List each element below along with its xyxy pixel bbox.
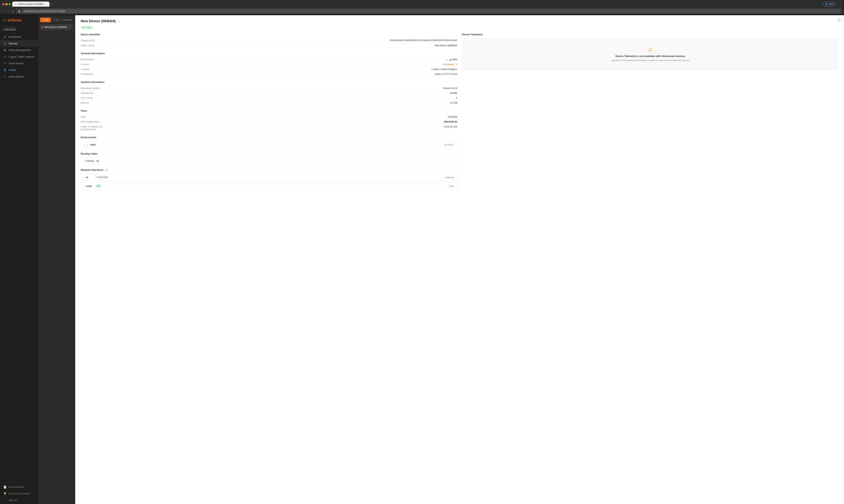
- prefixes-collapsible[interactable]: ▾ Prefixes (4): [81, 158, 458, 165]
- tab-close-icon[interactable]: ×: [45, 3, 47, 5]
- sidebar-item-label: Sign Out: [8, 499, 35, 502]
- device-list-item-label: New Device (084bb4): [44, 26, 67, 29]
- sidebar-item-policy-management[interactable]: ◉ Policy Management ›: [0, 47, 38, 53]
- sidebar: ⊙ enforza NAVIGATION // DEVICES ⊞ Dashbo…: [0, 15, 38, 504]
- asn-org-label: ASN Organisation: [81, 121, 112, 123]
- sidebar-item-signout[interactable]: → Sign Out: [0, 497, 38, 504]
- device-list-header: + Add ≡ List ↻ Refresh: [40, 18, 73, 22]
- logo-icon: ⊙: [3, 18, 6, 22]
- address-bar-input[interactable]: [22, 9, 840, 13]
- info-row-cpu: CPU Count 2: [81, 96, 458, 101]
- sidebar-item-label: Claim Device: [8, 62, 35, 65]
- prefixes-count: (4): [96, 160, 99, 162]
- nav-breadcrumb: NAVIGATION // DEVICES: [0, 25, 38, 33]
- interface-lo[interactable]: ▾ lo UNKNOWN loopback: [81, 174, 458, 181]
- telemetry-header: Device Telemetry: [462, 33, 839, 36]
- more-options-button[interactable]: ⋮: [839, 2, 842, 6]
- sidebar-item-claim-device[interactable]: ✦ Claim Device: [0, 60, 38, 67]
- ideas-icon: 💡: [3, 492, 7, 495]
- sidebar-item-label: Profile: [8, 69, 35, 71]
- tab-favicon: ⊙: [15, 3, 17, 5]
- back-button[interactable]: ←: [2, 10, 5, 13]
- info-row-fingerprint: Fingerprint ID 084bb467ba9f671a5dd364087…: [81, 38, 458, 43]
- guest-button[interactable]: 👤 Guest: [823, 2, 837, 6]
- device-body: Device Identifier Fingerprint ID 084bb46…: [81, 33, 839, 191]
- list-view-button[interactable]: ≡ List: [52, 18, 61, 22]
- provisioned-label: Provisioned: [81, 73, 112, 75]
- sidebar-item-ideas[interactable]: 💡 Got Ideas or Issues?: [0, 490, 38, 497]
- sidebar-item-label: Dashboard: [8, 35, 35, 38]
- reload-button[interactable]: ↻: [12, 10, 14, 13]
- sidebar-logo: ⊙ enforza: [0, 15, 38, 25]
- info-row-memory: Memory 0.4 GB: [81, 101, 458, 105]
- info-row-os: Operating System Ubuntu 24.04: [81, 86, 458, 91]
- forward-button[interactable]: →: [7, 10, 10, 13]
- docs-icon: 📄: [3, 485, 7, 489]
- chevron-right-icon: ›: [34, 49, 35, 51]
- sidebar-item-documentation[interactable]: 📄 Documentation: [0, 484, 38, 490]
- cpu-label: CPU Count: [81, 97, 112, 100]
- os-value: Ubuntu 24.04: [112, 87, 458, 90]
- tab-title: enforza Cloud Controller: [18, 3, 44, 5]
- cpu-value: 2: [112, 97, 458, 100]
- sidebar-nav: ⊞ Dashboard ⬡ Devices ◉ Policy Managemen…: [0, 33, 38, 482]
- asn-label: ASN: [81, 115, 112, 118]
- location-value: London, United Kingdom: [112, 68, 458, 71]
- sidebar-bottom: 📄 Documentation 💡 Got Ideas or Issues? →…: [0, 482, 38, 504]
- lock-icon: 🔒: [18, 10, 21, 13]
- section-routing-table: Routing Table: [81, 152, 458, 155]
- browser-tab-active[interactable]: ⊙ enforza Cloud Controller ×: [12, 2, 49, 7]
- arch-label: Architecture: [81, 92, 112, 94]
- sidebar-item-profile[interactable]: 👤 Profile: [0, 67, 38, 73]
- traffic-light-close[interactable]: [2, 3, 4, 5]
- prefixes-label: Prefixes: [86, 160, 94, 162]
- sidebar-item-devices[interactable]: ⬡ Devices: [0, 40, 38, 47]
- info-row-asn: ASN AS16509: [81, 114, 458, 120]
- section-telco: Telco: [81, 109, 458, 112]
- main-content: + Add ≡ List ↻ Refresh New Device (084bb…: [38, 15, 844, 504]
- new-tab-button[interactable]: +: [50, 2, 54, 6]
- device-list-item[interactable]: New Device (084bb4): [40, 24, 73, 30]
- info-row-license: License Unlicensed ✎: [81, 62, 458, 67]
- status-label: Online: [85, 26, 91, 29]
- sidebar-item-subscriptions[interactable]: ▭ Subscriptions: [0, 73, 38, 80]
- policy-icon: ◉: [3, 49, 7, 52]
- aws-cloud-icon: ☁: [86, 143, 88, 146]
- target-group-value: New Device (084bb4): [112, 44, 458, 47]
- asn-value: AS16509: [112, 115, 458, 118]
- list-icon: ≡: [54, 19, 55, 21]
- device-telemetry-column: Device Telemetry ⚠ Device Telemetry is n…: [462, 33, 839, 191]
- sidebar-item-label: Devices: [8, 42, 35, 45]
- interface-status-lo: UNKNOWN: [96, 176, 109, 179]
- guest-icon: 👤: [825, 3, 828, 5]
- close-button[interactable]: ×: [837, 18, 842, 22]
- interface-name-lo: lo: [86, 176, 94, 179]
- environment-label: Environment: [81, 58, 112, 61]
- info-row-asn-org: ASN Organisation AMAZON-02: [81, 120, 458, 124]
- edit-icon[interactable]: ✎: [118, 20, 120, 23]
- device-detail-title: New Device (084bb4): [81, 19, 116, 23]
- location-label: Location: [81, 68, 112, 71]
- refresh-button[interactable]: ↻ Refresh: [62, 19, 72, 21]
- public-ip-value: 13.42.62.133: [112, 125, 458, 128]
- dashboard-icon: ⊞: [3, 35, 7, 38]
- info-row-environment: Environment ☁ ☁ AWS: [81, 57, 458, 62]
- section-network-interfaces: Network Interfaces (2): [81, 168, 458, 172]
- license-value: Unlicensed ✎: [112, 63, 458, 66]
- interface-ens5[interactable]: ▾ ens5 UP ether: [81, 182, 458, 190]
- arch-value: amd64: [112, 92, 458, 94]
- sidebar-item-logs[interactable]: ≡ Logs & Traffic Analysis: [0, 53, 38, 60]
- license-edit-icon[interactable]: ✎: [456, 64, 458, 66]
- logo-text: enforza: [7, 18, 21, 22]
- memory-label: Memory: [81, 102, 112, 104]
- traffic-light-minimize[interactable]: [5, 3, 7, 5]
- provisioned-value: 2024-12-27T17:41:00: [112, 73, 458, 75]
- environment-box[interactable]: ▾ ☁ AWS eu-west-2: [81, 141, 458, 148]
- traffic-light-fullscreen[interactable]: [8, 3, 11, 5]
- interface-type-lo: loopback: [445, 176, 454, 179]
- interface-name-ens5: ens5: [86, 185, 94, 187]
- sidebar-item-dashboard[interactable]: ⊞ Dashboard: [0, 33, 38, 40]
- device-info-column: Device Identifier Fingerprint ID 084bb46…: [81, 33, 458, 191]
- add-device-button[interactable]: + Add: [40, 18, 51, 22]
- info-row-location: Location London, United Kingdom: [81, 67, 458, 72]
